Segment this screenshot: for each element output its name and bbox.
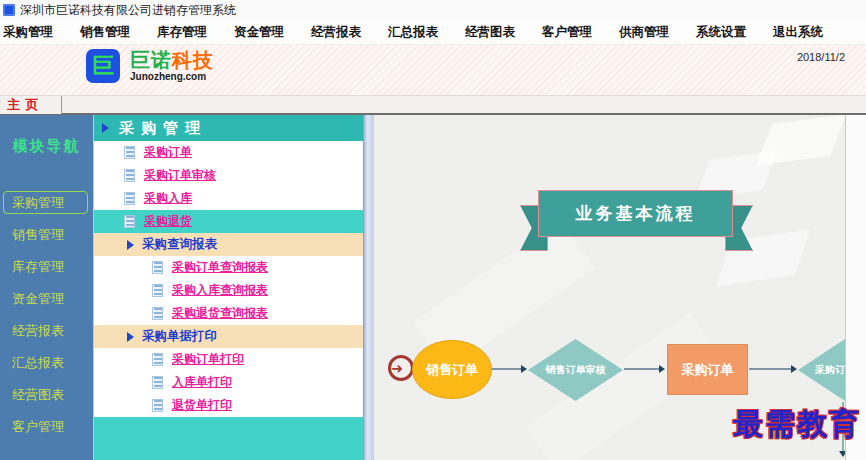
sidebar-title: 模块导航 [0,137,93,156]
tree-item-purchase-return[interactable]: 采购退货 [94,210,363,233]
tree-item-label: 采购订单查询报表 [172,259,268,276]
menu-bar: 采购管理 销售管理 库存管理 资金管理 经营报表 汇总报表 经营图表 客户管理 … [0,20,866,45]
tab-strip: 主 页 [0,95,866,113]
tree-item-label: 采购入库 [144,190,192,207]
sidebar-list: 采购管理 销售管理 库存管理 资金管理 经营报表 汇总报表 经营图表 客户管理 [0,191,93,447]
menu-item-exit[interactable]: 退出系统 [773,24,823,41]
tree-item-label: 入库单打印 [172,374,232,391]
tree-group-label: 采购查询报表 [142,236,217,253]
function-tree: 采购管理 采购订单 采购订单审核 采购入库 采购退货 采购查询报表 [93,115,363,460]
tree-item-label: 采购退货查询报表 [172,305,268,322]
sidebar-item-charts[interactable]: 经营图表 [0,383,93,406]
sidebar-item-funds[interactable]: 资金管理 [0,287,93,310]
menu-item-purchase[interactable]: 采购管理 [3,24,53,41]
module-sidebar: 模块导航 采购管理 销售管理 库存管理 资金管理 经营报表 汇总报表 经营图表 … [0,115,93,460]
brand-name-secondary: 科技 [172,49,214,71]
flow-connector [749,368,792,370]
current-date: 2018/11/2 [797,51,845,63]
flow-banner: 业务基本流程 [538,190,733,237]
menu-item-summary[interactable]: 汇总报表 [388,24,438,41]
tree-header[interactable]: 采购管理 [94,115,363,141]
menu-item-settings[interactable]: 系统设置 [696,24,746,41]
app-window: 深圳市巨诺科技有限公司进销存管理系统 采购管理 销售管理 库存管理 资金管理 经… [0,0,866,460]
window-title: 深圳市巨诺科技有限公司进销存管理系统 [20,2,236,19]
tree-item-order-print[interactable]: 采购订单打印 [94,348,363,371]
menu-item-sales[interactable]: 销售管理 [80,24,130,41]
brand-name-primary: 巨诺 [130,49,172,71]
arrow-head-icon [791,365,797,373]
flow-connector [492,368,522,370]
tree-item-label: 采购退货 [144,213,192,230]
document-icon [152,261,163,274]
tab-home[interactable]: 主 页 [0,96,62,114]
flow-connector [624,368,660,370]
tree-item-order-query-report[interactable]: 采购订单查询报表 [94,256,363,279]
tree-item-label: 采购订单审核 [144,167,216,184]
company-logo: 巨 巨诺科技 Junozheng.com [86,49,214,83]
tree-item-purchase-order[interactable]: 采购订单 [94,141,363,164]
arrow-head-icon [521,365,527,373]
logo-icon: 巨 [86,49,120,83]
expand-arrow-icon [102,123,109,133]
menu-item-customers[interactable]: 客户管理 [542,24,592,41]
app-icon [3,4,15,16]
menu-item-charts[interactable]: 经营图表 [465,24,515,41]
flow-node-purchase-order-audit: 采购订单审核 [798,339,845,401]
document-icon [152,399,163,412]
document-icon [152,284,163,297]
document-icon [152,307,163,320]
sidebar-item-sales[interactable]: 销售管理 [0,223,93,246]
document-icon [124,169,135,182]
tree-group-purchase-doc-print[interactable]: 采购单据打印 [94,325,363,348]
tree-item-label: 采购订单打印 [172,351,244,368]
sidebar-item-purchase[interactable]: 采购管理 [3,191,88,214]
tree-item-inbound-query-report[interactable]: 采购入库查询报表 [94,279,363,302]
logo-band: 巨 巨诺科技 Junozheng.com 2018/11/2 [0,45,866,95]
document-icon [124,192,135,205]
arrow-head-icon [659,365,665,373]
menu-item-reports[interactable]: 经营报表 [311,24,361,41]
menu-item-suppliers[interactable]: 供商管理 [619,24,669,41]
expand-arrow-icon [127,240,134,250]
tree-item-label: 采购订单 [144,144,192,161]
tree-item-return-query-report[interactable]: 采购退货查询报表 [94,302,363,325]
tree-item-purchase-inbound[interactable]: 采购入库 [94,187,363,210]
flow-start-icon: ➜ [388,355,414,381]
tree-item-label: 采购入库查询报表 [172,282,268,299]
tree-group-label: 采购单据打印 [142,328,217,345]
flow-node-purchase-order: 采购订单 [667,344,748,395]
menu-item-funds[interactable]: 资金管理 [234,24,284,41]
tree-header-label: 采购管理 [119,119,207,138]
document-icon [124,146,135,159]
document-icon [152,376,163,389]
brand-domain: Junozheng.com [130,72,214,82]
document-icon [152,353,163,366]
expand-arrow-icon [127,332,134,342]
tree-item-inbound-print[interactable]: 入库单打印 [94,371,363,394]
tree-group-purchase-query-reports[interactable]: 采购查询报表 [94,233,363,256]
arrow-head-down-icon [839,451,845,457]
menu-item-inventory[interactable]: 库存管理 [157,24,207,41]
brand-name: 巨诺科技 [130,50,214,70]
sidebar-item-inventory[interactable]: 库存管理 [0,255,93,278]
tree-item-purchase-order-audit[interactable]: 采购订单审核 [94,164,363,187]
tree-item-return-print[interactable]: 退货单打印 [94,394,363,417]
title-bar: 深圳市巨诺科技有限公司进销存管理系统 [0,0,866,20]
sidebar-item-customers[interactable]: 客户管理 [0,415,93,438]
tree-panel-fill [94,417,363,460]
flow-node-sales-order: 销售订单 [412,340,492,399]
watermark-text: 最需教育 [733,404,861,445]
tree-scrollbar[interactable] [363,115,374,460]
document-icon [124,215,135,228]
sidebar-item-reports[interactable]: 经营报表 [0,319,93,342]
tree-item-label: 退货单打印 [172,397,232,414]
sidebar-item-summary[interactable]: 汇总报表 [0,351,93,374]
